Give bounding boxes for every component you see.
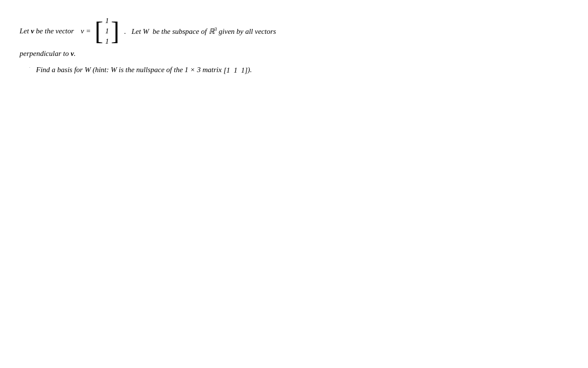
perpendicular-text: perpendicular to v. — [20, 50, 76, 57]
matrix-val-2: 1 — [105, 26, 109, 36]
second-line: perpendicular to v. — [20, 50, 568, 58]
find-basis-text: Find a basis for W (hint: W is the nulls… — [36, 66, 252, 75]
first-line: Let v be the vector v = [ 1 1 1 ] . Let … — [20, 15, 568, 48]
matrix-val-3: 1 — [105, 36, 109, 47]
bracket-right: ] — [111, 19, 119, 44]
page-content: Let v be the vector v = [ 1 1 1 ] . Let … — [0, 0, 588, 89]
column-vector: [ 1 1 1 ] — [95, 15, 119, 48]
v-label-2: v — [71, 50, 74, 57]
bracket-left: [ — [95, 19, 103, 44]
equals-sign: v = — [81, 27, 91, 35]
matrix-values: 1 1 1 — [103, 15, 111, 48]
bullet-line: · Find a basis for W (hint: W is the nul… — [29, 66, 568, 75]
matrix-val-1: 1 — [105, 16, 109, 26]
intro-text: Let v be the vector — [20, 27, 74, 35]
v-label-1: v — [31, 27, 34, 35]
bullet-dot: · — [29, 66, 30, 69]
inline-matrix: [1 1 1] — [223, 66, 247, 75]
period-after-matrix: . Let W be the subspace of ℝ3 given by a… — [124, 27, 276, 36]
